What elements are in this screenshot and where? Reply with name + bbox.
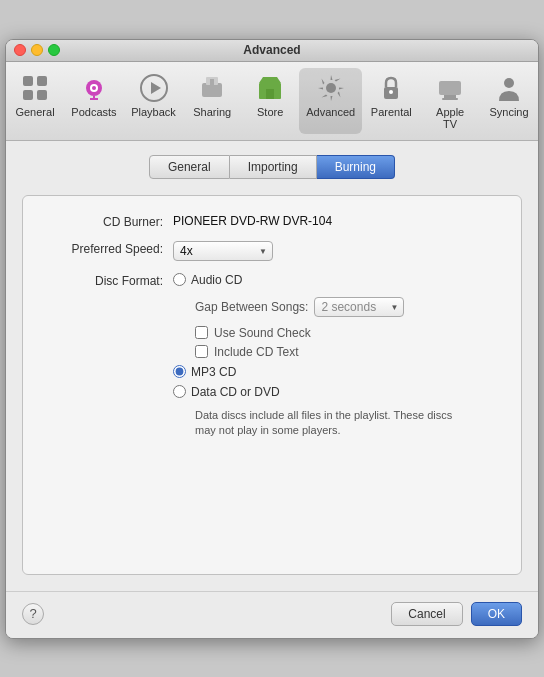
disc-format-label: Disc Format: [43,273,173,288]
help-button[interactable]: ? [22,603,44,625]
svg-marker-8 [151,82,161,94]
svg-rect-18 [444,95,456,98]
toolbar-item-podcasts[interactable]: Podcasts [64,68,124,134]
include-cd-text-label: Include CD Text [214,345,299,359]
tab-importing[interactable]: Importing [230,155,317,179]
window-title: Advanced [243,43,300,57]
svg-rect-19 [442,98,458,100]
preferred-speed-label: Preferred Speed: [43,241,173,256]
use-sound-check-label: Use Sound Check [214,326,311,340]
svg-rect-1 [37,76,47,86]
cd-burner-value: PIONEER DVD-RW DVR-104 [173,214,501,228]
traffic-lights [14,44,60,56]
sharing-icon [196,72,228,104]
tab-general[interactable]: General [149,155,230,179]
minimize-button[interactable] [31,44,43,56]
audio-cd-label: Audio CD [191,273,242,287]
gap-between-songs-label: Gap Between Songs: [195,300,308,314]
svg-rect-17 [439,81,461,95]
preferred-speed-select[interactable]: 4x [173,241,273,261]
appletv-icon [434,72,466,104]
toolbar-item-playback[interactable]: Playback [124,68,183,134]
footer-buttons: Cancel OK [391,602,522,626]
general-icon [19,72,51,104]
svg-point-20 [504,78,514,88]
burning-panel: CD Burner: PIONEER DVD-RW DVR-104 Prefer… [22,195,522,575]
toolbar-label-syncing: Syncing [489,106,528,118]
toolbar-label-appletv: Apple TV [430,106,470,130]
toolbar-item-advanced[interactable]: Advanced [299,68,362,134]
toolbar-label-general: General [15,106,54,118]
store-icon [254,72,286,104]
include-cd-text-row: Include CD Text [195,345,475,359]
gap-between-songs-row: Gap Between Songs: 2 seconds [195,297,475,317]
data-cd-radio[interactable] [173,385,186,398]
toolbar-label-sharing: Sharing [193,106,231,118]
title-bar: Advanced [6,40,538,62]
data-cd-label: Data CD or DVD [191,385,280,399]
tab-burning[interactable]: Burning [317,155,395,179]
toolbar-item-general[interactable]: General [6,68,64,134]
svg-rect-0 [23,76,33,86]
gap-select-wrapper: 2 seconds [314,297,404,317]
mp3-cd-radio[interactable] [173,365,186,378]
include-cd-text-checkbox[interactable] [195,345,208,358]
toolbar-item-syncing[interactable]: Syncing [480,68,538,134]
audio-cd-suboptions: Gap Between Songs: 2 seconds Use Sound C… [195,297,475,359]
parental-icon [375,72,407,104]
toolbar-label-advanced: Advanced [306,106,355,118]
ok-button[interactable]: OK [471,602,522,626]
preferred-speed-select-wrapper: 4x [173,241,273,261]
toolbar-item-parental[interactable]: Parental [362,68,420,134]
svg-rect-3 [37,90,47,100]
svg-rect-2 [23,90,33,100]
cd-burner-row: CD Burner: PIONEER DVD-RW DVR-104 [43,214,501,229]
toolbar-label-podcasts: Podcasts [71,106,116,118]
use-sound-check-checkbox[interactable] [195,326,208,339]
cancel-button[interactable]: Cancel [391,602,462,626]
disc-format-options: Audio CD Gap Between Songs: 2 seconds [173,273,475,439]
toolbar-item-appletv[interactable]: Apple TV [420,68,480,134]
toolbar-label-playback: Playback [131,106,176,118]
toolbar-item-sharing[interactable]: Sharing [183,68,241,134]
footer: ? Cancel OK [6,591,538,638]
data-cd-row: Data CD or DVD [173,385,475,399]
window: Advanced General [5,39,539,639]
svg-point-16 [389,90,393,94]
svg-rect-13 [266,89,274,99]
svg-point-14 [326,83,336,93]
audio-cd-radio[interactable] [173,273,186,286]
preferred-speed-row: Preferred Speed: 4x [43,241,501,261]
close-button[interactable] [14,44,26,56]
podcasts-icon [78,72,110,104]
toolbar-item-store[interactable]: Store [241,68,299,134]
data-disc-note: Data discs include all files in the play… [195,408,475,439]
syncing-icon [493,72,525,104]
playback-icon [138,72,170,104]
mp3-cd-label: MP3 CD [191,365,236,379]
use-sound-check-row: Use Sound Check [195,326,475,340]
svg-point-6 [92,86,96,90]
svg-rect-11 [210,79,214,89]
gap-select[interactable]: 2 seconds [314,297,404,317]
toolbar: General Podcasts Playback [6,62,538,141]
advanced-icon [315,72,347,104]
toolbar-label-parental: Parental [371,106,412,118]
toolbar-label-store: Store [257,106,283,118]
disc-format-row: Disc Format: Audio CD Gap Between Songs: [43,273,501,439]
maximize-button[interactable] [48,44,60,56]
mp3-cd-row: MP3 CD [173,365,475,379]
cd-burner-label: CD Burner: [43,214,173,229]
content-area: General Importing Burning CD Burner: PIO… [6,141,538,591]
audio-cd-row: Audio CD [173,273,475,287]
tabs-row: General Importing Burning [22,155,522,179]
